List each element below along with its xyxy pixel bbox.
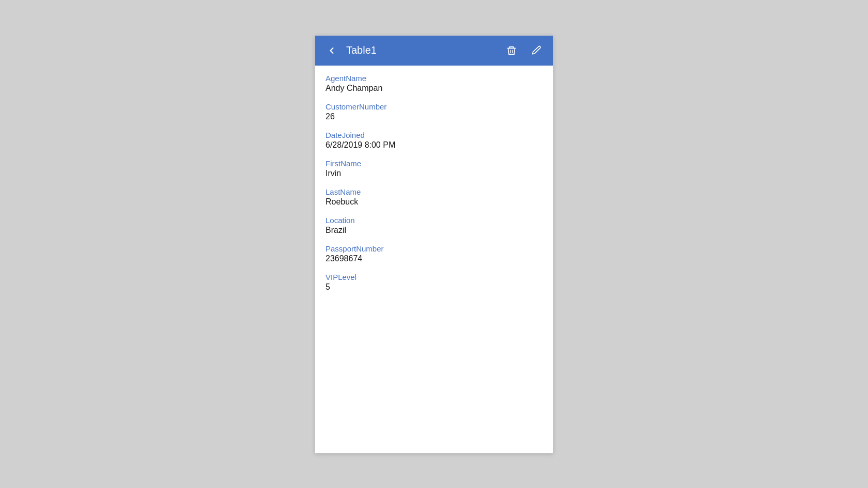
field-label-location: Location <box>326 216 542 225</box>
field-group: LocationBrazil <box>326 216 542 235</box>
field-group: CustomerNumber26 <box>326 102 542 121</box>
field-value-customernumber: 26 <box>326 112 542 121</box>
pencil-icon <box>531 45 542 56</box>
field-group: FirstNameIrvin <box>326 159 542 178</box>
field-label-firstname: FirstName <box>326 159 542 168</box>
header-actions <box>503 42 545 59</box>
delete-button[interactable] <box>503 42 520 59</box>
field-label-passportnumber: PassportNumber <box>326 244 542 253</box>
field-label-viplevel: VIPLevel <box>326 273 542 281</box>
field-group: PassportNumber23698674 <box>326 244 542 263</box>
panel-header: Table1 <box>315 36 553 66</box>
field-group: DateJoined6/28/2019 8:00 PM <box>326 131 542 150</box>
edit-button[interactable] <box>528 42 545 59</box>
field-group: LastNameRoebuck <box>326 187 542 207</box>
back-button[interactable] <box>323 42 340 59</box>
field-group: VIPLevel5 <box>326 273 542 292</box>
field-value-firstname: Irvin <box>326 169 542 178</box>
trash-icon <box>506 45 517 56</box>
field-group: AgentNameAndy Champan <box>326 74 542 93</box>
detail-panel: Table1 AgentNameAndy ChampanCustomerNumb… <box>315 35 553 453</box>
field-value-agentname: Andy Champan <box>326 84 542 93</box>
field-value-viplevel: 5 <box>326 282 542 292</box>
field-label-customernumber: CustomerNumber <box>326 102 542 111</box>
panel-title: Table1 <box>346 44 503 56</box>
field-value-passportnumber: 23698674 <box>326 254 542 263</box>
back-arrow-icon <box>327 45 337 56</box>
field-value-lastname: Roebuck <box>326 197 542 207</box>
field-label-agentname: AgentName <box>326 74 542 83</box>
field-label-datejoined: DateJoined <box>326 131 542 139</box>
panel-content: AgentNameAndy ChampanCustomerNumber26Dat… <box>315 66 553 453</box>
field-value-datejoined: 6/28/2019 8:00 PM <box>326 140 542 150</box>
field-value-location: Brazil <box>326 226 542 235</box>
field-label-lastname: LastName <box>326 187 542 196</box>
